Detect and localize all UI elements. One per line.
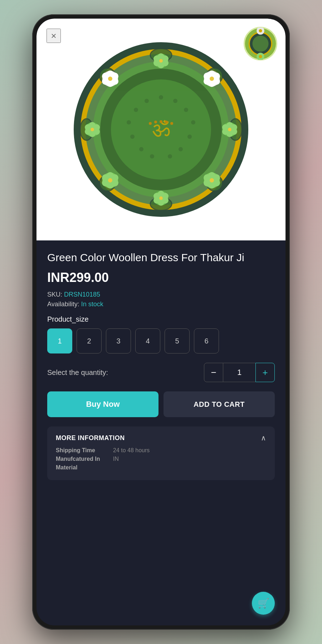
size-label: Product_size [47,315,275,323]
cart-fab-button[interactable]: 🛒 [252,592,275,615]
manufactured-key: Manufcatured In [56,456,106,462]
svg-point-78 [210,178,214,182]
quantity-label: Select the quantity: [47,369,198,377]
svg-point-103 [259,55,262,58]
sku-row: SKU: DRSN10185 [47,291,275,298]
svg-point-92 [130,135,135,139]
svg-point-85 [173,99,177,103]
svg-point-21 [153,55,160,62]
shipping-time-value: 24 to 48 hours [113,447,150,454]
svg-point-45 [222,124,229,131]
svg-point-22 [159,59,163,63]
svg-point-83 [154,121,157,123]
quantity-row: Select the quantity: − 1 + [47,363,275,382]
svg-point-38 [91,128,94,131]
svg-point-101 [259,29,262,33]
svg-point-46 [228,128,231,131]
size-options: 1 2 3 4 5 6 [47,328,275,353]
phone-frame: × ॐ [32,14,290,630]
quantity-decrease-button[interactable]: − [204,363,223,382]
svg-point-96 [179,147,183,151]
size-btn-4[interactable]: 4 [135,328,160,353]
product-meta: SKU: DRSN10185 Availability: In stock [47,291,275,308]
svg-point-91 [127,120,131,125]
size-btn-5[interactable]: 5 [165,328,190,353]
shipping-time-key: Shipping Time [56,447,106,454]
svg-point-80 [165,121,168,123]
close-icon: × [51,30,56,42]
close-button[interactable]: × [47,29,61,43]
svg-point-94 [150,154,154,158]
svg-point-87 [191,120,195,125]
manufactured-row: Manufcatured In IN [56,456,266,462]
material-row: Material [56,464,266,471]
svg-point-95 [168,154,172,158]
svg-point-81 [170,122,173,125]
more-info-header: MORE INFORMATION ∧ [56,434,266,442]
shipping-time-row: Shipping Time 24 to 48 hours [56,447,266,454]
svg-point-86 [184,108,188,112]
availability-value: In stock [81,301,103,308]
quantity-controls: − 1 + [204,363,275,382]
size-btn-6[interactable]: 6 [194,328,219,353]
svg-point-89 [145,99,149,103]
svg-point-99 [253,36,269,52]
availability-label: Availability: [47,301,79,308]
buy-now-button[interactable]: Buy Now [47,391,158,417]
svg-point-62 [210,77,214,81]
svg-point-30 [159,196,163,200]
manufactured-value: IN [113,456,119,462]
add-to-cart-button[interactable]: ADD TO CART [164,391,275,417]
product-thumbnail [243,26,278,62]
cart-fab-icon: 🛒 [258,598,269,609]
quantity-display: 1 [223,363,255,382]
sku-value: DRSN10185 [64,291,100,298]
chevron-up-icon[interactable]: ∧ [261,434,266,442]
quantity-increase-button[interactable]: + [255,363,275,382]
svg-point-90 [134,108,138,112]
sku-label: SKU: [47,291,62,298]
product-image-area: × ॐ [36,19,286,240]
product-image: ॐ [72,40,250,219]
material-key: Material [56,464,106,471]
svg-point-54 [108,77,112,81]
svg-point-88 [187,135,192,139]
svg-point-79 [160,120,162,123]
svg-point-70 [108,178,112,182]
more-info-title: MORE INFORMATION [56,434,125,442]
more-info-section: MORE INFORMATION ∧ Shipping Time 24 to 4… [47,426,275,480]
availability-row: Availability: In stock [47,301,275,308]
phone-screen: × ॐ [36,19,286,625]
product-title: Green Color Woollen Dress For Thakur Ji [47,250,275,264]
svg-point-93 [139,147,143,151]
svg-point-82 [149,122,152,125]
svg-point-84 [159,95,163,99]
size-btn-3[interactable]: 3 [106,328,131,353]
size-btn-2[interactable]: 2 [77,328,102,353]
svg-point-37 [85,124,91,131]
svg-point-29 [153,193,160,199]
product-price: INR299.00 [47,270,275,285]
action-buttons: Buy Now ADD TO CART [47,391,275,417]
product-details: Green Color Woollen Dress For Thakur Ji … [36,240,286,625]
size-btn-1[interactable]: 1 [47,328,72,353]
